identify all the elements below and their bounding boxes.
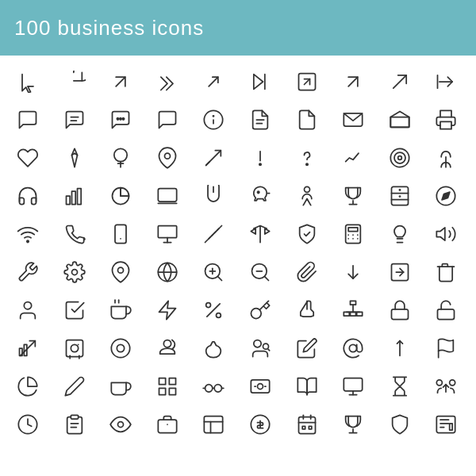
- tie-icon-cell[interactable]: [53, 140, 96, 176]
- person-location-icon-cell[interactable]: [146, 330, 189, 367]
- location-pin-icon-cell[interactable]: [99, 254, 142, 290]
- donut-chart-icon-cell[interactable]: [99, 330, 142, 367]
- paperclip-icon-cell[interactable]: [286, 254, 328, 290]
- laptop-icon-cell[interactable]: [146, 178, 189, 214]
- ruler-icon-cell[interactable]: [192, 216, 235, 252]
- hand-pointer-icon-cell[interactable]: [286, 292, 328, 328]
- headset-icon-cell[interactable]: [6, 178, 49, 214]
- cursor-arrow-icon-cell[interactable]: [6, 63, 49, 100]
- percent-icon-cell[interactable]: [192, 292, 235, 328]
- exclamation-icon-cell[interactable]: [239, 140, 282, 176]
- fast-forward-icon-cell[interactable]: [239, 63, 282, 100]
- calendar-grid-icon-cell[interactable]: [286, 406, 328, 443]
- document-blank-icon-cell[interactable]: [286, 102, 328, 138]
- double-chevron-right-icon-cell[interactable]: [146, 63, 189, 100]
- plant-icon-cell[interactable]: [424, 140, 467, 176]
- wrench-icon-cell[interactable]: [6, 254, 49, 290]
- coffee-cup-icon-cell[interactable]: [99, 292, 142, 328]
- arrow-up-right-box-icon-cell[interactable]: [286, 63, 328, 100]
- window-layout-icon-cell[interactable]: [192, 406, 235, 443]
- globe-icon-cell[interactable]: [146, 254, 189, 290]
- arrow-right-box-icon-cell[interactable]: [378, 254, 421, 290]
- org-chart-icon-cell[interactable]: [332, 292, 374, 328]
- lightbulb-icon-cell[interactable]: [378, 216, 421, 252]
- megaphone-icon-cell[interactable]: [424, 216, 467, 252]
- arrow-diagonal-2-icon-cell[interactable]: [378, 63, 421, 100]
- arrow-diagonal-icon-cell[interactable]: [192, 63, 235, 100]
- clipboard-icon-cell[interactable]: [53, 406, 96, 443]
- flag-icon-cell[interactable]: [424, 330, 467, 367]
- clock-icon-cell[interactable]: [6, 406, 49, 443]
- bar-chart-up-icon-cell[interactable]: [192, 140, 235, 176]
- trophy-award-icon-cell[interactable]: [332, 178, 374, 214]
- office-chair-icon-cell[interactable]: [286, 178, 328, 214]
- compass-icon-cell[interactable]: [424, 178, 467, 214]
- search-minus-icon-cell[interactable]: [239, 254, 282, 290]
- eye-icon-cell[interactable]: [99, 406, 142, 443]
- key-icon-cell[interactable]: [239, 292, 282, 328]
- lock-open-icon-cell[interactable]: [424, 292, 467, 328]
- trophy-icon-cell[interactable]: [332, 406, 374, 443]
- pencil-icon-cell[interactable]: [286, 330, 328, 367]
- refresh-icon-cell[interactable]: [53, 63, 96, 100]
- scale-icon-cell[interactable]: [239, 216, 282, 252]
- lightning-icon-cell[interactable]: [146, 292, 189, 328]
- trash-icon-cell[interactable]: [424, 254, 467, 290]
- coffee-cup2-icon-cell[interactable]: [99, 368, 142, 405]
- people-share-icon-cell[interactable]: [424, 368, 467, 405]
- dollar-bill-icon-cell[interactable]: [239, 368, 282, 405]
- phone-icon-cell[interactable]: [53, 216, 96, 252]
- arrow-down-icon-cell[interactable]: [332, 254, 374, 290]
- printer-icon-cell[interactable]: [424, 102, 467, 138]
- safe-icon-cell[interactable]: [53, 330, 96, 367]
- pin-icon-cell[interactable]: [146, 140, 189, 176]
- speech-bubble-icon-cell[interactable]: [146, 102, 189, 138]
- analytics-icon-cell[interactable]: [332, 140, 374, 176]
- bar-chart-up2-icon-cell[interactable]: [6, 330, 49, 367]
- pie-chart-icon-cell[interactable]: [99, 178, 142, 214]
- mobile-icon-cell[interactable]: [99, 216, 142, 252]
- target-icon-cell[interactable]: [378, 140, 421, 176]
- pencil2-icon-cell[interactable]: [53, 368, 96, 405]
- user-icon-cell[interactable]: [6, 292, 49, 328]
- chat-dots-icon-cell[interactable]: [99, 102, 142, 138]
- document-icon-cell[interactable]: [239, 102, 282, 138]
- wifi-icon-cell[interactable]: [6, 216, 49, 252]
- piggy-bank-icon-cell[interactable]: [239, 178, 282, 214]
- pen-icon-cell[interactable]: [378, 330, 421, 367]
- email-closed-icon-cell[interactable]: [332, 102, 374, 138]
- grid-table-icon-cell[interactable]: [146, 368, 189, 405]
- arrow-up-right-bold-icon-cell[interactable]: [332, 63, 374, 100]
- info-circle-icon-cell[interactable]: [192, 102, 235, 138]
- money-bag-icon-cell[interactable]: [192, 330, 235, 367]
- email-open-icon-cell[interactable]: [378, 102, 421, 138]
- pie-chart2-icon-cell[interactable]: [6, 368, 49, 405]
- bar-chart-icon-cell[interactable]: [53, 178, 96, 214]
- cabinet-icon-cell[interactable]: [378, 178, 421, 214]
- person-search-icon-cell[interactable]: [239, 330, 282, 367]
- shield-icon-cell[interactable]: [378, 406, 421, 443]
- newspaper-icon-cell[interactable]: [424, 406, 467, 443]
- message-lines-icon-cell[interactable]: [53, 102, 96, 138]
- handshake-icon-cell[interactable]: [53, 292, 96, 328]
- question-icon-cell[interactable]: [286, 140, 328, 176]
- dollar-coin-icon-cell[interactable]: [239, 406, 282, 443]
- arrow-right-line-icon-cell[interactable]: [424, 63, 467, 100]
- search-plus-icon-cell[interactable]: [192, 254, 235, 290]
- briefcase-icon-cell[interactable]: [146, 406, 189, 443]
- lamp-icon-cell[interactable]: [99, 140, 142, 176]
- settings-gear-icon-cell[interactable]: [53, 254, 96, 290]
- hourglass-icon-cell[interactable]: [378, 368, 421, 405]
- shield-check-icon-cell[interactable]: [286, 216, 328, 252]
- arrow-up-right-icon-cell[interactable]: [99, 63, 142, 100]
- monitor-icon-cell[interactable]: [332, 368, 374, 405]
- chat-bubble-icon-cell[interactable]: [6, 102, 49, 138]
- lock-closed-icon-cell[interactable]: [378, 292, 421, 328]
- heart-icon-cell[interactable]: [6, 140, 49, 176]
- presentation-icon-cell[interactable]: [146, 216, 189, 252]
- mouse-icon-cell[interactable]: [192, 178, 235, 214]
- glasses-icon-cell[interactable]: [192, 368, 235, 405]
- at-sign-icon-cell[interactable]: [332, 330, 374, 367]
- open-book-icon-cell[interactable]: [286, 368, 328, 405]
- calculator-icon-cell[interactable]: [332, 216, 374, 252]
